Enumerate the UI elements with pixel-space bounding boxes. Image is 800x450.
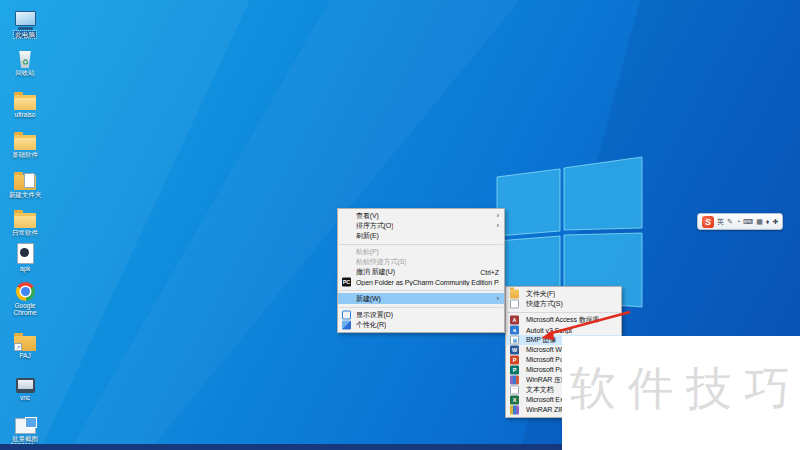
sogou-tool-icon[interactable]: ✎ xyxy=(727,214,733,229)
desktop-icon[interactable]: 日常软件 xyxy=(2,204,48,236)
excel-icon: X xyxy=(510,396,519,405)
menu-item-label: 快捷方式(S) xyxy=(526,299,563,309)
menu-item[interactable]: AMicrosoft Access 数据库 xyxy=(506,315,621,325)
folder-doc-icon xyxy=(14,166,36,190)
watermark-panel: 软件技巧 xyxy=(562,336,800,450)
menu-item-label: 刷新(E) xyxy=(356,231,379,241)
sogou-tool-icon[interactable]: ♦ xyxy=(766,214,770,229)
desktop-icon-label: PAJ xyxy=(18,352,31,359)
menu-item-label: 个性化(R) xyxy=(356,320,386,330)
menu-item[interactable]: 刷新(E) xyxy=(338,231,504,241)
folder-icon xyxy=(510,290,519,299)
desktop-icon[interactable]: vnc xyxy=(2,369,48,401)
app-icon xyxy=(16,369,35,393)
folder-icon xyxy=(14,126,36,150)
menu-item-label: 排序方式(O) xyxy=(356,221,393,231)
menu-item[interactable]: 粘贴(P) xyxy=(338,247,504,257)
desktop-icon[interactable]: PAJ xyxy=(2,327,48,359)
submenu-arrow-icon: › xyxy=(496,295,499,303)
sogou-tool-icon[interactable]: ⌨ xyxy=(743,214,753,229)
file-app-icon xyxy=(17,240,34,264)
menu-item[interactable]: 查看(V)› xyxy=(338,211,504,221)
ppt-icon: P xyxy=(510,356,519,365)
menu-separator xyxy=(339,244,503,245)
menu-item[interactable]: 个性化(R) xyxy=(338,320,504,330)
watermark-text: 软件技巧 xyxy=(570,358,800,420)
desktop-icon-label: Google Chrome xyxy=(2,302,48,316)
menu-item[interactable]: 粘贴快捷方式(S) xyxy=(338,257,504,267)
menu-item-label: 撤消 新建(U) xyxy=(356,267,395,277)
sogou-tool-icon[interactable]: 英 xyxy=(717,214,724,229)
bmp-icon xyxy=(510,336,519,345)
sogou-tool-icon[interactable]: ◔ xyxy=(736,214,740,229)
menu-item[interactable]: 排序方式(O)› xyxy=(338,221,504,231)
sogou-toolbar[interactable]: S 英✎◔⌨▦♦✚ xyxy=(697,213,783,230)
desktop-icon-label: ultraiso xyxy=(14,111,37,118)
folder-icon xyxy=(14,86,36,110)
menu-item-label: BMP 图像 xyxy=(526,335,556,345)
menu-item[interactable]: 撤消 新建(U)Ctrl+Z xyxy=(338,267,504,277)
sogou-tool-icon[interactable]: ▦ xyxy=(756,214,763,229)
menu-item[interactable]: 显示设置(D) xyxy=(338,310,504,320)
sogou-logo-icon[interactable]: S xyxy=(702,216,714,228)
menu-item-label: Open Folder as PyCharm Community Edition… xyxy=(356,279,499,286)
folder-link-icon xyxy=(14,327,36,351)
menu-item-label: 查看(V) xyxy=(356,211,379,221)
desktop-icon-label: 回收站 xyxy=(14,69,36,76)
desktop-icon[interactable]: 此电脑 xyxy=(2,6,48,38)
desktop-icon[interactable]: apk xyxy=(2,240,48,272)
desktop-icon-label: 日常软件 xyxy=(11,229,39,236)
pub-icon: P xyxy=(510,366,519,375)
menu-item[interactable]: ↗快捷方式(S) xyxy=(506,299,621,309)
desktop-icon[interactable]: 新建文件夹 xyxy=(2,166,48,198)
chrome-icon xyxy=(16,277,35,301)
submenu-arrow-icon: › xyxy=(496,212,499,220)
menu-item[interactable]: PCOpen Folder as PyCharm Community Editi… xyxy=(338,277,504,287)
zip-icon xyxy=(510,406,519,415)
menu-separator xyxy=(339,307,503,308)
computer-icon xyxy=(15,6,36,30)
menu-separator xyxy=(507,312,620,313)
menu-separator xyxy=(339,290,503,291)
shortcut-label: Ctrl+Z xyxy=(480,269,499,276)
menu-item[interactable]: 文件夹(F) xyxy=(506,289,621,299)
shortcut-icon: ↗ xyxy=(510,300,519,309)
menu-item[interactable]: aAutoIt v3 Script xyxy=(506,325,621,335)
personalize-icon xyxy=(342,321,351,330)
context-menu: 查看(V)›排序方式(O)›刷新(E)粘贴(P)粘贴快捷方式(S)撤消 新建(U… xyxy=(337,208,505,333)
sogou-tool-icon[interactable]: ✚ xyxy=(772,214,778,229)
desktop-icon-label: 此电脑 xyxy=(14,31,36,38)
menu-item-label: 显示设置(D) xyxy=(356,310,393,320)
desktop: 此电脑回收站ultraiso基础软件新建文件夹日常软件apkGoogle Chr… xyxy=(0,0,800,450)
autoit-icon: a xyxy=(510,326,519,335)
access-icon: A xyxy=(510,316,519,325)
pycharm-icon: PC xyxy=(342,278,351,287)
desktop-icon-label: apk xyxy=(19,265,31,272)
menu-item-label: 文件夹(F) xyxy=(526,289,555,299)
desktop-icon[interactable]: ultraiso xyxy=(2,86,48,118)
menu-item[interactable]: 新建(W)› xyxy=(338,293,504,304)
folder-icon xyxy=(14,204,36,228)
display-icon xyxy=(342,311,351,320)
menu-item-label: Microsoft Access 数据库 xyxy=(526,315,599,325)
recycle-icon xyxy=(19,44,32,68)
menu-item-label: 新建(W) xyxy=(356,294,381,304)
windows-logo-graphic xyxy=(497,157,642,307)
desktop-icon[interactable]: 回收站 xyxy=(2,44,48,76)
desktop-icon-label: 基础软件 xyxy=(11,151,39,158)
submenu-arrow-icon: › xyxy=(496,222,499,230)
txt-icon xyxy=(510,386,519,395)
tiles-icon xyxy=(15,410,36,434)
menu-item-label: AutoIt v3 Script xyxy=(526,327,572,334)
word-icon: W xyxy=(510,346,519,355)
desktop-icon[interactable]: Google Chrome xyxy=(2,277,48,316)
menu-item-label: 粘贴快捷方式(S) xyxy=(356,257,406,267)
menu-item-label: 文本文档 xyxy=(526,385,554,395)
sogou-icon-strip: 英✎◔⌨▦♦✚ xyxy=(717,214,778,229)
rar-icon xyxy=(510,376,519,385)
desktop-icon[interactable]: 基础软件 xyxy=(2,126,48,158)
desktop-icon-label: vnc xyxy=(19,394,31,401)
menu-item-label: 粘贴(P) xyxy=(356,247,379,257)
desktop-icon-label: 新建文件夹 xyxy=(8,191,43,198)
